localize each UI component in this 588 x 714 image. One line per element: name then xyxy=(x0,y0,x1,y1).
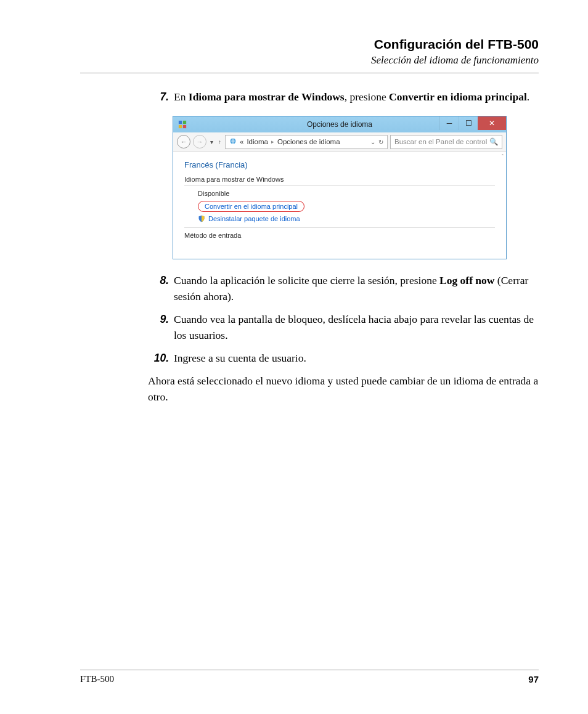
input-method-label: Método de entrada xyxy=(184,227,495,239)
svg-rect-0 xyxy=(179,121,182,124)
step-7: 7. En Idioma para mostrar de Windows, pr… xyxy=(148,89,539,105)
scroll-up-icon[interactable]: ˆ xyxy=(502,154,504,161)
forward-button[interactable]: → xyxy=(193,135,206,148)
search-input[interactable]: Buscar en el Panel de control 🔍 xyxy=(390,135,502,149)
windows-dialog: Opciones de idioma ─ ☐ ✕ ← → ▾ ↑ « Idiom… xyxy=(173,116,507,259)
maximize-button[interactable]: ☐ xyxy=(459,116,478,130)
breadcrumb[interactable]: « Idioma ▸ Opciones de idioma ⌄ ↻ xyxy=(225,135,388,149)
minimize-button[interactable]: ─ xyxy=(439,116,459,130)
highlighted-link[interactable]: Convertir en el idioma principal xyxy=(198,201,304,212)
step-text: Cuando la aplicación le solicite que cie… xyxy=(174,273,539,304)
footer-model: FTB-500 xyxy=(80,674,114,684)
step-text: Cuando vea la pantalla de bloqueo, deslí… xyxy=(174,312,539,343)
search-icon: 🔍 xyxy=(489,137,498,146)
page-heading: Configuración del FTB-500 xyxy=(80,37,539,52)
closing-paragraph: Ahora está seleccionado el nuevo idioma … xyxy=(148,373,539,405)
close-button[interactable]: ✕ xyxy=(478,116,506,130)
page-subheading: Selección del idioma de funcionamiento xyxy=(80,54,539,67)
step-text: Ingrese a su cuenta de usuario. xyxy=(174,351,539,366)
page-footer: FTB-500 97 xyxy=(80,670,539,684)
breadcrumb-item[interactable]: Idioma xyxy=(247,138,268,145)
search-placeholder: Buscar en el Panel de control xyxy=(394,138,487,145)
refresh-button[interactable]: ↻ xyxy=(378,139,383,145)
app-icon xyxy=(178,120,187,129)
chevron-right-icon: ▸ xyxy=(271,139,274,145)
location-icon xyxy=(229,137,237,146)
step-number: 10. xyxy=(148,351,174,366)
breadcrumb-item[interactable]: Opciones de idioma xyxy=(277,138,340,145)
step-8: 8. Cuando la aplicación le solicite que … xyxy=(148,273,539,304)
address-bar-row: ← → ▾ ↑ « Idioma ▸ Opciones de idioma ⌄ … xyxy=(173,132,506,152)
make-primary-link[interactable]: Convertir en el idioma principal xyxy=(198,201,495,212)
group-divider xyxy=(184,185,495,186)
back-button[interactable]: ← xyxy=(177,135,190,148)
step-10: 10. Ingrese a su cuenta de usuario. xyxy=(148,351,539,366)
svg-rect-1 xyxy=(183,121,186,124)
step-9: 9. Cuando vea la pantalla de bloqueo, de… xyxy=(148,312,539,343)
shield-icon xyxy=(198,215,205,222)
uninstall-link[interactable]: Desinstalar paquete de idioma xyxy=(198,215,495,222)
breadcrumb-sep: « xyxy=(240,138,243,145)
header-rule xyxy=(80,73,539,73)
group-label: Idioma para mostrar de Windows xyxy=(184,176,495,183)
svg-rect-2 xyxy=(179,125,182,128)
step-text: En Idioma para mostrar de Windows, presi… xyxy=(174,89,539,105)
language-heading: Francés (Francia) xyxy=(184,160,495,169)
recent-locations[interactable]: ▾ xyxy=(209,139,214,145)
step-number: 7. xyxy=(148,89,174,105)
status-available: Disponible xyxy=(198,190,495,197)
svg-rect-3 xyxy=(183,125,186,128)
step-number: 9. xyxy=(148,312,174,343)
page-number: 97 xyxy=(528,674,539,684)
window-titlebar[interactable]: Opciones de idioma ─ ☐ ✕ xyxy=(173,116,506,132)
step-number: 8. xyxy=(148,273,174,304)
address-dropdown[interactable]: ⌄ xyxy=(370,139,375,145)
up-button[interactable]: ↑ xyxy=(217,139,223,145)
